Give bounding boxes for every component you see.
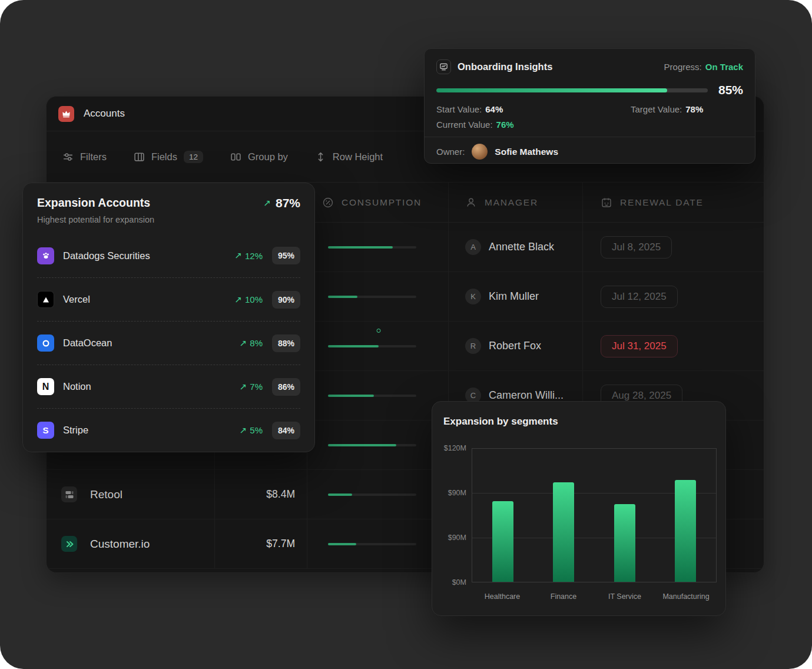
consumption-fill bbox=[328, 246, 393, 249]
column-header-manager[interactable]: MANAGER bbox=[448, 183, 582, 222]
target-value: Target Value:78% bbox=[631, 104, 703, 114]
vercel-logo-icon bbox=[37, 291, 54, 308]
bar-healthcare bbox=[492, 501, 513, 582]
person-icon bbox=[465, 197, 477, 208]
manager-name: Cameron Willi... bbox=[489, 389, 564, 402]
score-badge: 84% bbox=[272, 422, 300, 439]
score-badge: 90% bbox=[272, 291, 300, 309]
stripe-logo-icon: S bbox=[37, 422, 54, 439]
account-name: Stripe bbox=[63, 425, 240, 436]
consumption-marker-dot bbox=[376, 329, 380, 333]
score-badge: 95% bbox=[272, 247, 300, 264]
consumption-track bbox=[328, 395, 416, 397]
start-value: Start Value:64% bbox=[436, 104, 503, 114]
onboarding-insights-card: Onboarding Insights Progress: On Track 8… bbox=[424, 48, 755, 164]
fields-count-badge: 12 bbox=[184, 151, 203, 163]
value-cell: $8.4M bbox=[214, 470, 307, 519]
consumption-fill bbox=[328, 345, 379, 347]
notion-logo-icon: N bbox=[37, 378, 54, 395]
score-badge: 88% bbox=[272, 334, 300, 352]
company-name: Retool bbox=[90, 488, 122, 501]
list-item-datadogs[interactable]: Datadogs Securities ↗12% 95% bbox=[37, 234, 300, 277]
y-tick-label: $120M bbox=[432, 444, 466, 452]
x-tick-label: Finance bbox=[533, 592, 594, 601]
consumption-fill bbox=[328, 494, 352, 496]
y-tick-label: $90M bbox=[432, 489, 466, 497]
company-name: Customer.io bbox=[90, 538, 150, 551]
progress-label: Progress: bbox=[664, 62, 702, 72]
y-tick-label: $90M bbox=[432, 534, 466, 542]
bar-it-service bbox=[614, 504, 635, 582]
x-tick-label: IT Service bbox=[594, 592, 655, 601]
x-tick-label: Healthcare bbox=[472, 592, 533, 601]
current-value: Current Value:76% bbox=[436, 120, 514, 130]
calendar-icon bbox=[601, 197, 612, 208]
manager-cell: A Annette Black bbox=[448, 223, 582, 271]
list-item-stripe[interactable]: S Stripe ↗5% 84% bbox=[37, 408, 300, 452]
manager-name: Robert Fox bbox=[489, 340, 541, 352]
fields-button[interactable]: Fields 12 bbox=[134, 151, 203, 163]
consumption-cell bbox=[307, 223, 448, 271]
card-title: Expansion Accounts bbox=[37, 196, 154, 210]
progress-bar-fill bbox=[436, 88, 667, 92]
company-cell: Customer.io bbox=[47, 519, 214, 568]
chart-title: Expansion by segments bbox=[443, 416, 558, 428]
consumption-cell bbox=[307, 272, 448, 321]
column-header-renewal-date[interactable]: RENEWAL DATE bbox=[582, 183, 764, 222]
manager-name: Kim Muller bbox=[489, 290, 539, 303]
insights-icon bbox=[436, 59, 451, 74]
filters-label: Filters bbox=[80, 151, 107, 163]
consumption-track bbox=[328, 543, 416, 545]
list-item-dataocean[interactable]: DataOcean ↗8% 88% bbox=[37, 321, 300, 365]
list-item-notion[interactable]: N Notion ↗7% 86% bbox=[37, 365, 300, 408]
group-by-label: Group by bbox=[248, 151, 288, 163]
dashboard-canvas: Accounts Filters Fields 12 Group by Row … bbox=[0, 0, 812, 669]
consumption-fill bbox=[328, 395, 374, 397]
consumption-header-label: CONSUMPTION bbox=[342, 197, 422, 208]
filters-icon bbox=[62, 151, 74, 163]
trend-value: ↗8% bbox=[240, 338, 263, 349]
score-badge: 86% bbox=[272, 378, 300, 396]
trend-up-icon: ↗ bbox=[234, 294, 242, 305]
renewal-cell: Jul 31, 2025 bbox=[582, 322, 764, 370]
trend-up-icon: ↗ bbox=[240, 338, 247, 349]
avatar: R bbox=[465, 338, 481, 354]
consumption-track bbox=[328, 296, 416, 298]
value-cell: $7.7M bbox=[214, 519, 307, 568]
trend-up-icon: ↗ bbox=[240, 425, 247, 436]
consumption-track bbox=[328, 246, 416, 249]
renewal-date-pill[interactable]: Jul 12, 2025 bbox=[601, 286, 678, 308]
trend-value: ↗5% bbox=[240, 425, 263, 436]
consumption-cell bbox=[307, 322, 448, 370]
account-name: Vercel bbox=[63, 294, 234, 305]
chart-plot-area bbox=[472, 448, 717, 582]
renewal-date-pill-alert[interactable]: Jul 31, 2025 bbox=[601, 335, 678, 357]
expansion-by-segments-card: Expansion by segments $120M $90M $90M $0… bbox=[432, 401, 726, 616]
filters-button[interactable]: Filters bbox=[62, 151, 107, 163]
renewal-header-label: RENEWAL DATE bbox=[620, 197, 704, 208]
progress-status-badge: On Track bbox=[705, 62, 743, 72]
group-by-button[interactable]: Group by bbox=[230, 151, 288, 163]
renewal-cell: Jul 12, 2025 bbox=[582, 272, 764, 321]
trend-up-icon: ↗ bbox=[234, 250, 242, 261]
row-height-button[interactable]: Row Height bbox=[315, 151, 383, 163]
expansion-accounts-card: Expansion Accounts Highest potential for… bbox=[22, 183, 315, 452]
consumption-track bbox=[328, 444, 416, 446]
customerio-logo-icon bbox=[61, 536, 77, 552]
trend-value: ↗12% bbox=[234, 250, 263, 261]
list-item-vercel[interactable]: Vercel ↗10% 90% bbox=[37, 277, 300, 321]
progress-percent: 85% bbox=[718, 83, 743, 97]
headline-percent: ↗ 87% bbox=[263, 196, 300, 210]
company-cell: Retool bbox=[47, 470, 214, 519]
bar-finance bbox=[553, 482, 574, 582]
account-name: Datadogs Securities bbox=[63, 250, 234, 261]
avatar: K bbox=[465, 289, 481, 304]
manager-cell: R Robert Fox bbox=[448, 322, 582, 370]
renewal-date-pill[interactable]: Jul 8, 2025 bbox=[601, 236, 672, 259]
consumption-cell bbox=[307, 519, 448, 568]
retool-logo-icon bbox=[61, 486, 77, 502]
manager-header-label: MANAGER bbox=[485, 197, 538, 208]
column-header-consumption[interactable]: CONSUMPTION bbox=[307, 183, 448, 222]
y-tick-label: $0M bbox=[432, 578, 466, 587]
card-subtitle: Highest potential for expansion bbox=[37, 215, 154, 224]
